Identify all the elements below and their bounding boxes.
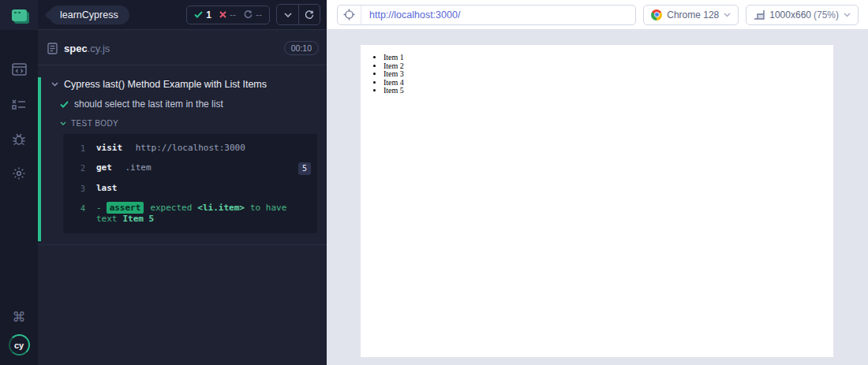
command-method: visit [96, 143, 122, 153]
chrome-icon [651, 9, 662, 20]
command-number: 2 [63, 162, 85, 174]
list-item[interactable]: Item 2 [383, 62, 833, 71]
spec-duration-badge: 00:10 [284, 41, 319, 55]
spec-file-ext: .cy.js [88, 43, 110, 54]
bug-icon [12, 132, 26, 146]
stat-passed: 1 [194, 9, 211, 20]
test-body-toggle[interactable]: TEST BODY [41, 111, 327, 132]
url-bar: http://localhost:3000/ [337, 5, 636, 25]
cypress-app-icon [12, 9, 27, 21]
browser-name: Chrome 128 [667, 9, 719, 20]
sidebar-item-runs[interactable] [0, 87, 38, 121]
viewport-scale: (75%) [814, 9, 839, 20]
assert-dash: - [96, 203, 102, 213]
command-row-get[interactable]: 2 get .item 5 [63, 158, 317, 179]
selector-playground-button[interactable] [338, 6, 361, 24]
chevron-down-icon [284, 13, 292, 17]
list-item[interactable]: Item 1 [383, 54, 833, 62]
command-number: 1 [63, 143, 85, 155]
browser-select[interactable]: Chrome 128 [643, 5, 739, 25]
sidebar-item-settings[interactable] [0, 156, 38, 191]
sidebar-item-specs[interactable] [0, 52, 38, 87]
command-log: 1 visit http://localhost:3000 2 get .ite… [63, 134, 317, 233]
test-body-label: TEST BODY [71, 119, 118, 128]
pending-count: -- [256, 9, 262, 20]
command-key-icon: ⌘ [13, 309, 26, 326]
browser-header: http://localhost:3000/ Chrome 128 1000x6… [327, 0, 868, 30]
x-icon [219, 11, 226, 18]
pending-circle-icon [244, 10, 253, 19]
item-list: Item 1 Item 2 Item 3 Item 4 Item 5 [361, 54, 833, 95]
spec-file-row[interactable]: spec.cy.js 00:10 [38, 30, 327, 65]
list-item[interactable]: Item 5 [383, 87, 833, 95]
viewport-size: 1000x660 [769, 9, 811, 20]
check-icon [194, 11, 203, 18]
command-row-last[interactable]: 3 last [63, 179, 317, 199]
crosshair-icon [343, 9, 355, 20]
reporter-header: learnCypress 1 -- -- [38, 0, 327, 30]
assert-message-part: Item 5 [123, 214, 155, 224]
element-count-badge: 5 [298, 162, 311, 175]
command-number: 3 [63, 183, 85, 195]
viewport-select[interactable]: 1000x660 (75%) [746, 5, 859, 25]
command-message: http://localhost:3000 [136, 143, 245, 153]
url-input[interactable]: http://localhost:3000/ [361, 6, 635, 24]
chevron-down-icon [51, 82, 58, 87]
suite-block: Cypress last() Method Example with List … [38, 77, 327, 241]
chevron-down-icon [844, 13, 851, 17]
project-name: learnCypress [60, 9, 118, 20]
chevron-down-icon [724, 13, 731, 17]
spec-file-name: spec.cy.js [64, 43, 110, 54]
test-stats: 1 -- -- [186, 6, 270, 24]
sidebar-item-debug[interactable] [0, 121, 38, 156]
reporter-controls [276, 4, 320, 25]
failed-count: -- [230, 9, 236, 20]
browser-pane: http://localhost:3000/ Chrome 128 1000x6… [327, 0, 868, 365]
divider [38, 244, 327, 245]
cypress-test-runner: ⌘ cy learnCypress 1 -- [0, 0, 868, 365]
sidebar-rail: ⌘ cy [0, 0, 38, 365]
cy-logo-text: cy [14, 341, 24, 350]
command-method: get [96, 162, 112, 173]
refresh-icon [305, 10, 314, 20]
runnables-list: Cypress last() Method Example with List … [38, 65, 327, 245]
spec-document-icon [47, 43, 58, 54]
code-window-icon [12, 63, 27, 76]
checklist-icon [12, 99, 26, 110]
reporter-panel: learnCypress 1 -- -- [38, 0, 327, 365]
suite-header[interactable]: Cypress last() Method Example with List … [41, 77, 327, 91]
test-result-row[interactable]: should select the last item in the list [41, 91, 327, 111]
aut-stage: Item 1 Item 2 Item 3 Item 4 Item 5 [327, 30, 868, 365]
list-item[interactable]: Item 3 [383, 70, 833, 79]
app-under-test: Item 1 Item 2 Item 3 Item 4 Item 5 [361, 45, 833, 357]
cypress-app-button[interactable] [0, 0, 38, 30]
command-method: last [96, 183, 118, 193]
passed-count: 1 [206, 9, 211, 20]
collapse-all-button[interactable] [277, 5, 298, 24]
list-item[interactable]: Item 4 [383, 79, 833, 88]
cypress-cy-logo[interactable]: cy [9, 334, 30, 356]
keyboard-shortcuts-button[interactable]: ⌘ [0, 300, 38, 334]
spec-name-pill[interactable]: learnCypress [49, 6, 129, 24]
suite-title: Cypress last() Method Example with List … [64, 79, 267, 90]
command-number: 4 [63, 203, 85, 214]
viewport-size-icon [754, 9, 765, 20]
chevron-down-icon [60, 121, 66, 125]
assert-message-part: <li.item> [197, 203, 245, 213]
test-title: should select the last item in the list [74, 99, 223, 110]
command-row-assert[interactable]: 4 -assertexpected<li.item>to have textIt… [63, 199, 317, 229]
rerun-tests-button[interactable] [298, 5, 320, 24]
stat-pending: -- [244, 9, 262, 20]
check-icon [60, 101, 69, 108]
command-message: .item [125, 162, 152, 173]
gear-icon [12, 166, 26, 181]
stat-failed: -- [219, 9, 236, 20]
command-row-visit[interactable]: 1 visit http://localhost:3000 [63, 139, 317, 158]
assert-badge: assert [107, 202, 144, 214]
assert-message-part: expected [150, 203, 192, 213]
